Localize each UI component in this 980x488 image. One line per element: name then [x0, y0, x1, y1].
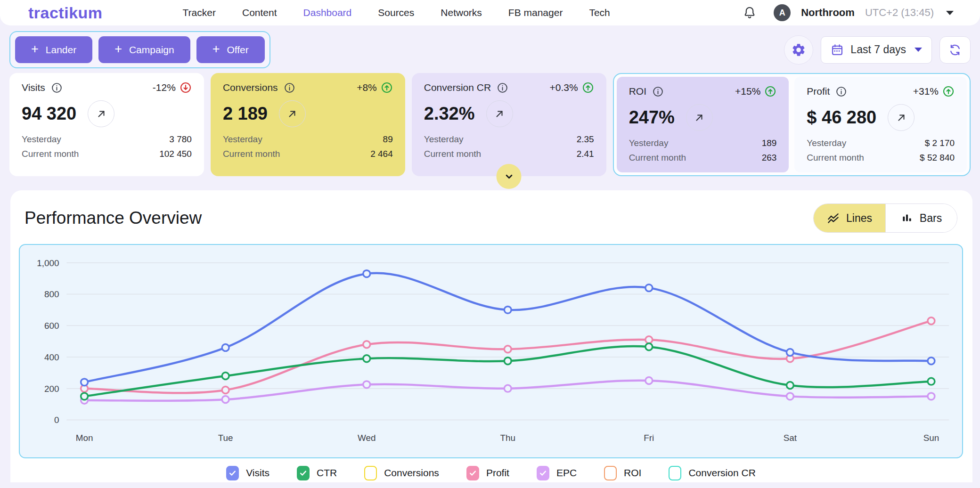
plus-icon: + [114, 43, 122, 56]
legend-item-roi[interactable]: ROI [604, 466, 641, 480]
svg-text:Mon: Mon [76, 433, 93, 443]
user-name: Northroom [801, 7, 855, 19]
user-avatar[interactable]: A [774, 4, 791, 21]
card-title: Conversion CR [424, 82, 491, 93]
svg-text:Sun: Sun [923, 433, 939, 443]
settings-button[interactable] [784, 35, 813, 65]
chart-legend: Visits CTR Conversions Profit EPC ROI Co… [19, 466, 963, 480]
checkbox-roi[interactable] [604, 466, 617, 480]
user-timezone: UTC+2 (13:45) [865, 7, 934, 19]
checkbox-profit[interactable] [466, 466, 479, 480]
svg-text:400: 400 [44, 352, 59, 362]
checkbox-visits[interactable] [226, 466, 239, 480]
open-metric-button[interactable] [486, 100, 513, 127]
info-icon[interactable] [51, 82, 63, 94]
yesterday-label: Yesterday [223, 134, 262, 145]
notifications-bell-icon[interactable] [743, 6, 757, 20]
month-label: Current month [807, 153, 864, 163]
info-icon[interactable] [284, 82, 295, 94]
trend-arrow-icon [694, 112, 705, 123]
user-menu-caret-icon[interactable] [946, 11, 954, 15]
info-icon[interactable] [497, 82, 508, 94]
yesterday-value: 2.35 [577, 134, 594, 145]
brand-logo[interactable]: tractikum [28, 4, 103, 22]
svg-text:200: 200 [44, 384, 59, 394]
check-icon [229, 469, 237, 477]
nav-content[interactable]: Content [242, 7, 277, 18]
checkbox-conversion-cr[interactable] [669, 466, 681, 480]
month-label: Current month [223, 149, 280, 159]
stat-card-profit[interactable]: Profit +31% $ 46 280 Yesterday$ 2 170 Cu… [794, 77, 967, 172]
arrow-up-circle-icon [381, 81, 393, 94]
open-metric-button[interactable] [88, 100, 114, 127]
nav-sources[interactable]: Sources [378, 7, 414, 18]
open-metric-button[interactable] [888, 104, 915, 131]
month-value: 2 464 [370, 149, 393, 159]
legend-item-conversion-cr[interactable]: Conversion CR [669, 466, 755, 480]
legend-item-epc[interactable]: EPC [537, 466, 577, 480]
nav-dashboard[interactable]: Dashboard [303, 7, 352, 18]
legend-item-ctr[interactable]: CTR [297, 466, 337, 480]
chart-view-toggle: Lines Bars [813, 203, 957, 233]
expand-stats-button[interactable] [497, 164, 522, 189]
checkbox-epc[interactable] [537, 466, 549, 480]
check-icon [469, 469, 477, 477]
stat-card-visits[interactable]: Visits -12% 94 320 Yesterday3 780 Curren… [9, 73, 204, 176]
legend-item-visits[interactable]: Visits [226, 466, 270, 480]
refresh-icon [948, 43, 962, 57]
metric-value: 94 320 [22, 104, 76, 124]
svg-text:600: 600 [44, 321, 59, 331]
arrow-up-circle-icon [764, 85, 776, 98]
trend-arrow-icon [494, 108, 505, 120]
lines-toggle-button[interactable]: Lines [814, 204, 885, 232]
month-label: Current month [22, 149, 79, 159]
arrow-up-circle-icon [942, 85, 955, 98]
checkbox-ctr[interactable] [297, 466, 310, 480]
nav-networks[interactable]: Networks [441, 7, 482, 18]
performance-line-chart: 02004006008001,000MonTueWedThuFriSatSun [20, 247, 962, 457]
card-title: Profit [807, 86, 830, 97]
add-offer-button[interactable]: + Offer [196, 36, 265, 63]
stat-card-conversions[interactable]: Conversions +8% 2 189 Yesterday89 Curren… [211, 73, 405, 176]
svg-text:Wed: Wed [358, 433, 376, 443]
bars-toggle-button[interactable]: Bars [885, 204, 957, 232]
svg-text:Thu: Thu [500, 433, 515, 443]
selected-cards-group: ROI +15% 247% Yesterday189 Current month… [613, 73, 971, 176]
checkbox-conversions[interactable] [364, 466, 377, 480]
month-value: 263 [762, 153, 777, 163]
line-chart: 02004006008001,000MonTueWedThuFriSatSun [19, 244, 963, 458]
yesterday-value: 3 780 [169, 134, 192, 145]
info-icon[interactable] [652, 86, 664, 98]
svg-text:0: 0 [54, 415, 59, 425]
legend-item-profit[interactable]: Profit [466, 466, 509, 480]
toolbar: + Lander + Campaign + Offer Last 7 days [0, 25, 980, 72]
add-lander-button[interactable]: + Lander [15, 36, 92, 63]
trend-arrow-icon [896, 112, 907, 123]
stat-card-roi[interactable]: ROI +15% 247% Yesterday189 Current month… [617, 77, 789, 172]
card-title: ROI [629, 86, 646, 97]
nav-tech[interactable]: Tech [589, 7, 610, 18]
nav-tracker[interactable]: Tracker [183, 7, 216, 18]
month-label: Current month [424, 149, 481, 159]
yesterday-label: Yesterday [424, 134, 464, 145]
trend-arrow-icon [286, 108, 298, 120]
refresh-button[interactable] [939, 36, 971, 64]
date-caret-icon [915, 48, 922, 52]
svg-text:1,000: 1,000 [37, 258, 59, 268]
stats-row: Visits -12% 94 320 Yesterday3 780 Curren… [0, 72, 980, 176]
nav-fb-manager[interactable]: FB manager [508, 7, 563, 18]
yesterday-value: 89 [383, 134, 393, 145]
add-campaign-button[interactable]: + Campaign [98, 36, 190, 63]
bars-chart-icon [901, 212, 913, 224]
plus-icon: + [31, 43, 39, 56]
open-metric-button[interactable] [686, 104, 713, 131]
section-title: Performance Overview [24, 208, 202, 228]
info-icon[interactable] [835, 86, 847, 98]
toolbar-right: Last 7 days [784, 35, 971, 65]
stat-card-conversion-cr[interactable]: Conversion CR +0.3% 2.32% Yesterday2.35 … [412, 73, 606, 176]
open-metric-button[interactable] [279, 100, 306, 127]
date-range-selector[interactable]: Last 7 days [821, 36, 932, 64]
metric-value: $ 46 280 [807, 107, 876, 128]
check-icon [299, 469, 307, 477]
legend-item-conversions[interactable]: Conversions [364, 466, 439, 480]
